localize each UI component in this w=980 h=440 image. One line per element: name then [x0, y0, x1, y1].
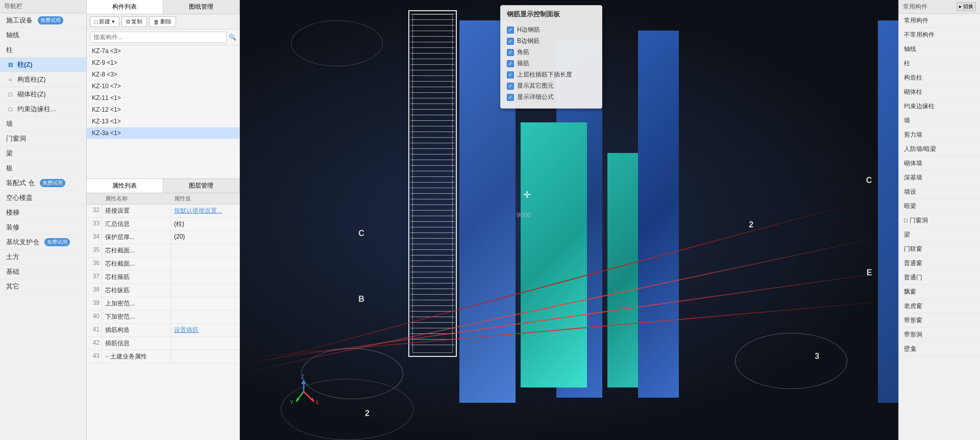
sidebar-item-15[interactable]: 基坑支护仓免费试用: [0, 235, 86, 250]
control-item-1[interactable]: ✓ B边钢筋: [507, 37, 596, 45]
right-item-10[interactable]: 砌体墙: [899, 157, 980, 171]
right-item-2[interactable]: 轴线: [899, 42, 980, 57]
control-item-2[interactable]: ✓ 角筋: [507, 48, 596, 57]
right-item-20[interactable]: 老虎窗: [899, 299, 980, 314]
sidebar-item-11[interactable]: 装配式 仓免费试用: [0, 176, 86, 191]
control-checkbox-3[interactable]: ✓: [507, 60, 514, 67]
axis-label-C-left: C: [358, 229, 364, 238]
control-checkbox-0[interactable]: ✓: [507, 27, 514, 34]
top-circle: [291, 20, 383, 66]
sidebar-item-7[interactable]: 墙: [0, 117, 86, 132]
right-item-4[interactable]: 构造柱: [899, 71, 980, 85]
right-item-19[interactable]: 飘窗: [899, 285, 980, 299]
rebar-line: [410, 305, 455, 306]
search-input[interactable]: [90, 32, 227, 43]
control-checkbox-6[interactable]: ✓: [507, 94, 514, 101]
right-item-9[interactable]: 人防墙/暗梁: [899, 142, 980, 157]
right-item-22[interactable]: 带形洞: [899, 328, 980, 342]
sidebar-item-3[interactable]: ⊟柱(Z): [0, 58, 86, 72]
rebar-line: [410, 148, 455, 149]
sidebar-label-15: 基坑支护仓: [6, 238, 39, 247]
sidebar-item-1[interactable]: 轴线: [0, 28, 86, 43]
component-item-4[interactable]: KZ-11 <1>: [87, 92, 239, 104]
sidebar-label-10: 板: [6, 164, 13, 173]
component-item-2[interactable]: KZ-8 <3>: [87, 69, 239, 81]
sidebar-item-8[interactable]: 门窗洞: [0, 132, 86, 146]
sidebar-item-17[interactable]: 基础: [0, 265, 86, 279]
sidebar-item-5[interactable]: □砌体柱(Z): [0, 87, 86, 102]
sidebar-item-13[interactable]: 楼梯: [0, 205, 86, 220]
control-checkbox-5[interactable]: ✓: [507, 83, 514, 90]
sidebar-label-14: 装修: [6, 223, 19, 232]
sidebar-item-0[interactable]: 施工设备免费试用: [0, 13, 86, 28]
right-item-17[interactable]: 普通窗: [899, 256, 980, 271]
prop-tab-0[interactable]: 属性列表: [87, 179, 163, 193]
rebar-line: [410, 188, 455, 188]
sidebar-items: 施工设备免费试用轴线柱⊟柱(Z)○构造柱(Z)□砌体柱(Z)□约束边缘柱...墙…: [0, 13, 86, 440]
sidebar-item-16[interactable]: 土方: [0, 250, 86, 265]
control-item-6[interactable]: ✓ 显示详细公式: [507, 93, 596, 101]
right-item-23[interactable]: 壁龛: [899, 342, 980, 356]
rebar-line: [410, 249, 455, 250]
component-item-0[interactable]: KZ-7a <3>: [87, 45, 239, 57]
sidebar-item-14[interactable]: 装修: [0, 220, 86, 235]
sidebar-item-2[interactable]: 柱: [0, 43, 86, 58]
rebar-line: [410, 289, 455, 289]
right-item-7[interactable]: 墙: [899, 114, 980, 128]
right-item-11[interactable]: 深基墙: [899, 171, 980, 185]
control-label-1: B边钢筋: [517, 37, 540, 45]
comp-tab-0[interactable]: 构件列表: [87, 0, 163, 14]
rebar-line: [410, 25, 455, 25]
control-item-4[interactable]: ✓ 上层柱插筋下插长度: [507, 70, 596, 79]
right-item-21[interactable]: 带形窗: [899, 314, 980, 328]
sidebar-item-6[interactable]: □约束边缘柱...: [0, 102, 86, 117]
right-item-5[interactable]: 砌体柱: [899, 85, 980, 99]
prop-val-10: [171, 337, 239, 350]
right-item-1[interactable]: 不常用构件: [899, 28, 980, 42]
right-item-12[interactable]: 墙设: [899, 185, 980, 199]
control-item-5[interactable]: ✓ 显示其它图元: [507, 82, 596, 90]
right-item-18[interactable]: 普通门: [899, 271, 980, 285]
control-checkbox-2[interactable]: ✓: [507, 49, 514, 56]
prop-val-0[interactable]: 按默认搭接设置...: [171, 204, 239, 217]
rebar-line: [410, 70, 455, 70]
sidebar-item-12[interactable]: 空心楼盖: [0, 191, 86, 205]
right-item-14[interactable]: □ 门窗洞: [899, 214, 980, 228]
control-checkbox-4[interactable]: ✓: [507, 71, 514, 79]
right-item-8[interactable]: 剪力墙: [899, 128, 980, 142]
control-item-3[interactable]: ✓ 箍筋: [507, 59, 596, 68]
rebar-line: [410, 182, 455, 183]
prop-name-3: 芯柱截面...: [102, 244, 171, 257]
control-item-0[interactable]: ✓ H边钢筋: [507, 25, 596, 34]
delete-button[interactable]: 🗑删除: [149, 16, 176, 27]
right-item-13[interactable]: 暗梁: [899, 199, 980, 214]
right-item-16[interactable]: 门联窗: [899, 242, 980, 256]
sidebar-item-18[interactable]: 其它: [0, 279, 86, 294]
prop-val-9[interactable]: 设置插筋: [171, 324, 239, 337]
new-button[interactable]: □新建 ▾: [90, 16, 119, 27]
rebar-line: [410, 255, 455, 255]
rebar-line: [410, 232, 455, 233]
prop-name-4: 芯柱截面...: [102, 257, 171, 270]
component-item-1[interactable]: KZ-9 <1>: [87, 57, 239, 69]
sidebar-item-9[interactable]: 梁: [0, 146, 86, 161]
sidebar-item-4[interactable]: ○构造柱(Z): [0, 72, 86, 87]
toggle-button[interactable]: ▸ 切换: [957, 2, 976, 11]
component-item-3[interactable]: KZ-10 <7>: [87, 81, 239, 92]
comp-tab-1[interactable]: 图纸管理: [163, 0, 240, 14]
right-item-15[interactable]: 梁: [899, 228, 980, 242]
prop-name-11: ·· 土建业务属性: [102, 350, 171, 363]
prop-tab-1[interactable]: 图层管理: [163, 179, 240, 193]
right-item-0[interactable]: 常用构件: [899, 14, 980, 28]
rebar-line: [410, 143, 455, 143]
rebar-line: [410, 294, 455, 295]
sidebar-item-10[interactable]: 板: [0, 161, 86, 176]
copy-button[interactable]: ⧉复制: [121, 16, 147, 27]
component-item-6[interactable]: KZ-13 <1>: [87, 116, 239, 127]
component-item-7[interactable]: KZ-3a <1>: [87, 127, 239, 139]
control-checkbox-1[interactable]: ✓: [507, 38, 514, 45]
right-item-3[interactable]: 柱: [899, 57, 980, 71]
right-item-6[interactable]: 约束边缘柱: [899, 99, 980, 114]
viewport[interactable]: C B 2 2 3 E C 9000 ✛ X Y Z 钢筋显示控制面板 ✓ H边…: [240, 0, 898, 440]
component-item-5[interactable]: KZ-12 <1>: [87, 104, 239, 116]
